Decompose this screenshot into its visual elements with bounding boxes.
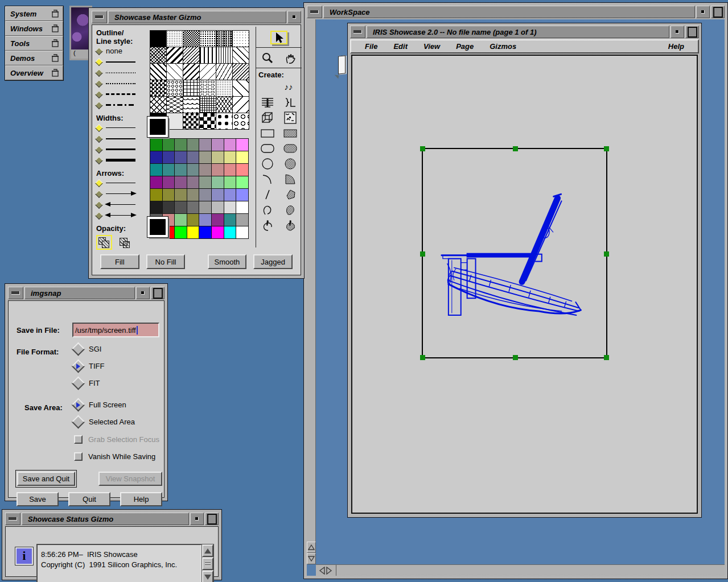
vanish-while-saving-option[interactable]: Vanish While Saving — [74, 452, 155, 461]
color-swatch[interactable] — [163, 151, 175, 163]
circle-tool[interactable] — [259, 157, 276, 171]
pattern-swatch[interactable] — [167, 80, 183, 96]
color-swatch[interactable] — [224, 189, 236, 201]
color-swatch[interactable] — [236, 226, 248, 238]
color-swatch[interactable] — [150, 139, 162, 151]
line-tool[interactable] — [259, 188, 276, 201]
window-menu-button[interactable] — [350, 26, 365, 38]
color-swatch[interactable] — [236, 164, 248, 176]
window-menu-button[interactable] — [5, 513, 20, 525]
page-list-icon[interactable] — [338, 55, 346, 74]
pan-tool[interactable] — [282, 51, 299, 65]
format-tiff-option[interactable]: TIFF — [73, 361, 104, 371]
color-swatch[interactable] — [187, 201, 199, 213]
color-swatch[interactable] — [150, 151, 162, 163]
width-1[interactable] — [96, 122, 149, 133]
pattern-swatch[interactable] — [200, 31, 216, 47]
pattern-swatch[interactable] — [200, 47, 216, 63]
color-swatch[interactable] — [199, 151, 211, 163]
color-swatch[interactable] — [163, 164, 175, 176]
save-and-quit-button[interactable]: Save and Quit — [17, 472, 75, 486]
line-style-none[interactable]: none — [96, 46, 149, 56]
scroll-up-button[interactable] — [202, 544, 213, 557]
selection-handle-ne[interactable] — [604, 146, 609, 151]
filled-circle-tool[interactable] — [282, 157, 299, 171]
scroll-down-button[interactable] — [307, 553, 316, 564]
pattern-swatch[interactable] — [200, 97, 216, 113]
pattern-swatch[interactable] — [167, 113, 183, 129]
save-button[interactable]: Save — [17, 492, 59, 506]
pattern-swatch[interactable] — [183, 64, 199, 80]
pattern-swatch[interactable] — [233, 80, 249, 96]
image-tool[interactable] — [282, 111, 299, 125]
selection-handle-n[interactable] — [513, 146, 518, 151]
filled-arc-tool[interactable] — [282, 172, 299, 186]
width-3[interactable] — [96, 144, 149, 155]
selection-handle-w[interactable] — [420, 251, 425, 257]
line-style-dash-dot[interactable] — [96, 100, 149, 110]
format-fit-option[interactable]: FIT — [73, 378, 100, 388]
color-swatch[interactable] — [187, 189, 199, 201]
color-swatch[interactable] — [212, 139, 224, 151]
selection-handle-e[interactable] — [604, 251, 609, 257]
color-swatch[interactable] — [187, 226, 199, 238]
color-swatch[interactable] — [187, 164, 199, 176]
pattern-swatch[interactable] — [150, 97, 166, 113]
help-button[interactable]: Help — [120, 492, 162, 506]
area-fullscreen-option[interactable]: Full Screen — [73, 400, 126, 410]
color-swatch[interactable] — [175, 139, 187, 151]
arrow-none[interactable] — [96, 178, 149, 188]
color-swatch[interactable] — [199, 214, 211, 226]
line-style-fine-dots[interactable] — [96, 67, 149, 78]
pattern-swatch[interactable] — [167, 97, 183, 113]
imgsnap-title[interactable]: imgsnap — [24, 287, 135, 299]
opacity-opaque-button[interactable] — [96, 235, 112, 250]
selection-rectangle[interactable] — [422, 148, 607, 358]
zoom-tool[interactable] — [259, 51, 276, 65]
color-swatch[interactable] — [236, 201, 248, 213]
color-swatch[interactable] — [150, 176, 162, 188]
selection-handle-sw[interactable] — [420, 355, 425, 360]
color-swatch[interactable] — [224, 201, 236, 213]
sound-tool[interactable]: ♪♪ — [280, 80, 297, 94]
filled-rectangle-tool[interactable] — [282, 126, 299, 140]
freehand-tool[interactable] — [259, 218, 276, 232]
menu-edit[interactable]: Edit — [385, 42, 416, 51]
color-swatch[interactable] — [150, 201, 162, 213]
line-style-solid[interactable] — [96, 56, 149, 67]
pattern-swatch[interactable] — [183, 47, 199, 63]
showcase-title[interactable]: IRIS Showcase 2.0 -- No file name (page … — [367, 26, 669, 38]
pattern-swatch[interactable] — [183, 97, 199, 113]
workspace-vertical-scrollbar[interactable] — [307, 19, 316, 564]
selection-handle-se[interactable] — [604, 355, 609, 360]
color-swatch[interactable] — [175, 201, 187, 213]
selection-handle-s[interactable] — [513, 355, 518, 360]
line-style-dashed[interactable] — [96, 89, 149, 100]
pattern-swatch[interactable] — [167, 47, 183, 63]
color-swatch[interactable] — [175, 151, 187, 163]
color-swatch[interactable] — [199, 139, 211, 151]
pointer-tool[interactable] — [270, 31, 287, 44]
view-snapshot-button[interactable]: View Snapshot — [98, 472, 162, 486]
maximize-button[interactable] — [205, 513, 219, 525]
maximize-button[interactable] — [151, 287, 164, 299]
arrow-start[interactable] — [96, 199, 149, 210]
scroll-down-button[interactable] — [202, 571, 213, 582]
filled-freehand-tool[interactable] — [282, 218, 299, 232]
minimize-button[interactable] — [190, 513, 204, 525]
pattern-swatch[interactable] — [150, 64, 166, 80]
color-swatch[interactable] — [224, 176, 236, 188]
color-swatch[interactable] — [163, 139, 175, 151]
pattern-swatch[interactable] — [233, 31, 249, 47]
filled-polygon-tool[interactable] — [282, 188, 299, 201]
pattern-swatch[interactable] — [183, 31, 199, 47]
master-gizmo-title[interactable]: Showcase Master Gizmo — [108, 11, 286, 23]
menu-file[interactable]: File — [357, 42, 385, 51]
color-swatch[interactable] — [199, 189, 211, 201]
color-swatch[interactable] — [212, 151, 224, 163]
color-swatch[interactable] — [199, 164, 211, 176]
scrollbar-thumb[interactable] — [202, 558, 213, 570]
menu-help[interactable]: Help — [660, 42, 692, 51]
width-4[interactable] — [96, 155, 149, 166]
maximize-button[interactable] — [685, 26, 699, 38]
